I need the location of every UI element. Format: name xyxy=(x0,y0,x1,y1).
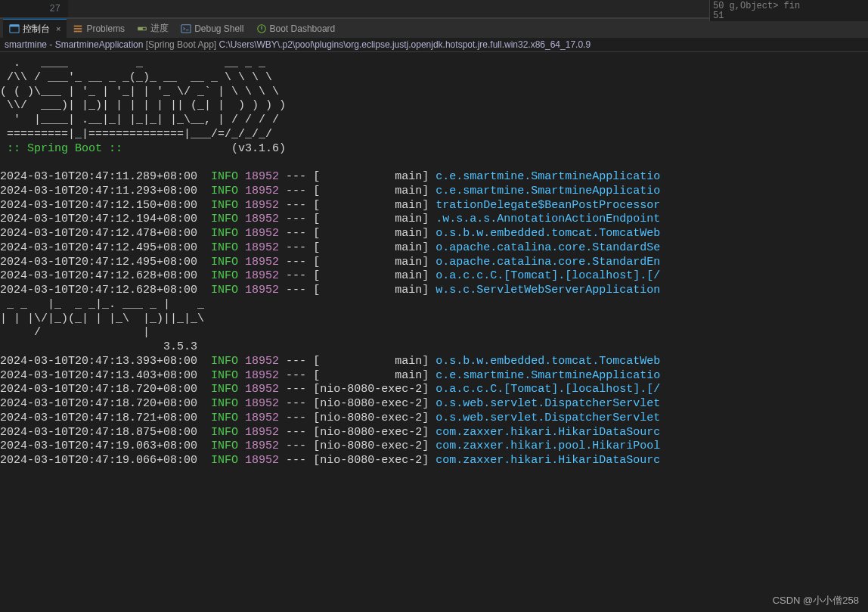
log-level: INFO xyxy=(211,440,238,454)
tab-boot-dashboard[interactable]: Boot Dashboard xyxy=(250,19,342,38)
csdn-watermark: CSDN @小小僧258 xyxy=(773,594,859,607)
log-level: INFO xyxy=(211,227,238,241)
log-thread: [ main] xyxy=(313,213,429,227)
log-logger: o.a.c.c.C.[Tomcat].[localhost].[/ xyxy=(436,269,660,284)
log-timestamp: 2024-03-10T20:47:12.194+08:00 xyxy=(0,213,197,227)
split-editor-snippet: 50 g,Object> fin 51 xyxy=(709,0,868,21)
log-pid: 18952 xyxy=(245,185,279,199)
log-timestamp: 2024-03-10T20:47:13.393+08:00 xyxy=(0,355,197,369)
log-logger: o.s.web.servlet.DispatcherServlet xyxy=(436,397,660,412)
log-level: INFO xyxy=(211,412,238,426)
log-line: 2024-03-10T20:47:18.875+08:00 INFO 18952… xyxy=(0,426,868,440)
svg-rect-7 xyxy=(181,24,191,33)
log-pid: 18952 xyxy=(245,440,279,454)
log-pid: 18952 xyxy=(245,284,279,298)
log-timestamp: 2024-03-10T20:47:11.293+08:00 xyxy=(0,185,197,199)
log-timestamp: 2024-03-10T20:47:18.720+08:00 xyxy=(0,397,197,412)
log-timestamp: 2024-03-10T20:47:12.495+08:00 xyxy=(0,241,197,256)
log-thread: [ main] xyxy=(313,227,429,241)
log-line: 2024-03-10T20:47:12.150+08:00 INFO 18952… xyxy=(0,199,868,213)
log-logger: w.s.c.ServletWebServerApplication xyxy=(436,284,660,298)
log-thread: [ main] xyxy=(313,199,429,213)
svg-rect-1 xyxy=(10,25,19,27)
log-timestamp: 2024-03-10T20:47:13.403+08:00 xyxy=(0,369,197,384)
log-pid: 18952 xyxy=(245,355,279,369)
tab-控制台[interactable]: 控制台× xyxy=(3,19,67,38)
terminal-icon xyxy=(9,23,20,34)
console-output[interactable]: . ____ _ __ _ _ /\\ / ___'_ __ _ _(_)_ _… xyxy=(0,52,868,468)
ascii-mybatis-plus-banner: _ _ |_ _ _|_. ___ _ | _ | | |\/|_)(_| | … xyxy=(0,298,868,355)
log-timestamp: 2024-03-10T20:47:19.063+08:00 xyxy=(0,440,197,454)
tab-label: Debug Shell xyxy=(194,23,243,34)
log-timestamp: 2024-03-10T20:47:12.628+08:00 xyxy=(0,284,197,298)
log-pid: 18952 xyxy=(245,241,279,256)
log-thread: [ main] xyxy=(313,269,429,284)
log-line: 2024-03-10T20:47:12.495+08:00 INFO 18952… xyxy=(0,241,868,256)
svg-rect-4 xyxy=(74,30,82,32)
log-thread: [nio-8080-exec-2] xyxy=(313,397,429,412)
log-line: 2024-03-10T20:47:12.495+08:00 INFO 18952… xyxy=(0,256,868,270)
log-timestamp: 2024-03-10T20:47:18.721+08:00 xyxy=(0,412,197,426)
launch-jre-path: C:\Users\WBY\.p2\pool\plugins\org.eclips… xyxy=(219,39,591,50)
log-timestamp: 2024-03-10T20:47:18.720+08:00 xyxy=(0,383,197,397)
log-logger: o.a.c.c.C.[Tomcat].[localhost].[/ xyxy=(436,383,660,397)
ascii-spring-banner: . ____ _ __ _ _ /\\ / ___'_ __ _ _(_)_ _… xyxy=(0,57,868,142)
svg-rect-2 xyxy=(74,25,82,26)
log-timestamp: 2024-03-10T20:47:12.628+08:00 xyxy=(0,269,197,284)
log-pid: 18952 xyxy=(245,199,279,213)
log-timestamp: 2024-03-10T20:47:11.289+08:00 xyxy=(0,170,197,185)
log-thread: [ main] xyxy=(313,284,429,298)
log-pid: 18952 xyxy=(245,454,279,468)
log-logger: o.apache.catalina.core.StandardSe xyxy=(436,241,660,256)
log-line: 2024-03-10T20:47:19.066+08:00 INFO 18952… xyxy=(0,454,868,468)
log-level: INFO xyxy=(211,426,238,440)
log-thread: [ main] xyxy=(313,170,429,185)
tab-debug-shell[interactable]: Debug Shell xyxy=(175,19,250,38)
log-line: 2024-03-10T20:47:12.628+08:00 INFO 18952… xyxy=(0,269,868,284)
log-logger: trationDelegate$BeanPostProcessor xyxy=(436,199,660,213)
tab-label: 进度 xyxy=(150,22,169,35)
log-pid: 18952 xyxy=(245,426,279,440)
boot-dashboard-icon xyxy=(256,23,267,34)
log-pid: 18952 xyxy=(245,256,279,270)
line-number: 27 xyxy=(0,0,68,17)
log-timestamp: 2024-03-10T20:47:18.875+08:00 xyxy=(0,426,197,440)
log-line: 2024-03-10T20:47:13.403+08:00 INFO 18952… xyxy=(0,369,868,384)
log-line: 2024-03-10T20:47:18.720+08:00 INFO 18952… xyxy=(0,397,868,412)
log-logger: o.s.b.w.embedded.tomcat.TomcatWeb xyxy=(436,227,660,241)
log-level: INFO xyxy=(211,454,238,468)
problems-icon xyxy=(73,23,83,34)
launch-name: smartmine - SmartmineApplication xyxy=(5,39,146,50)
log-pid: 18952 xyxy=(245,227,279,241)
log-logger: c.e.smartmine.SmartmineApplicatio xyxy=(436,170,660,185)
log-line: 2024-03-10T20:47:19.063+08:00 INFO 18952… xyxy=(0,440,868,454)
log-block-1: 2024-03-10T20:47:11.289+08:00 INFO 18952… xyxy=(0,170,868,298)
log-pid: 18952 xyxy=(245,213,279,227)
log-timestamp: 2024-03-10T20:47:12.150+08:00 xyxy=(0,199,197,213)
log-level: INFO xyxy=(211,284,238,298)
log-line: 2024-03-10T20:47:13.393+08:00 INFO 18952… xyxy=(0,355,868,369)
log-thread: [nio-8080-exec-2] xyxy=(313,440,429,454)
tab-problems[interactable]: Problems xyxy=(67,19,131,38)
svg-rect-3 xyxy=(74,28,82,30)
log-pid: 18952 xyxy=(245,412,279,426)
tab-label: Problems xyxy=(86,23,125,34)
log-timestamp: 2024-03-10T20:47:19.066+08:00 xyxy=(0,454,197,468)
tab-label: 控制台 xyxy=(23,23,50,36)
log-thread: [ main] xyxy=(313,256,429,270)
log-thread: [nio-8080-exec-2] xyxy=(313,412,429,426)
spring-boot-version-line: :: Spring Boot :: (v3.1.6) xyxy=(0,142,868,157)
log-level: INFO xyxy=(211,369,238,384)
log-timestamp: 2024-03-10T20:47:12.495+08:00 xyxy=(0,256,197,270)
log-thread: [ main] xyxy=(313,355,429,369)
log-level: INFO xyxy=(211,213,238,227)
log-timestamp: 2024-03-10T20:47:12.478+08:00 xyxy=(0,227,197,241)
log-pid: 18952 xyxy=(245,369,279,384)
tab-进度[interactable]: 进度 xyxy=(131,19,175,38)
log-level: INFO xyxy=(211,269,238,284)
log-line: 2024-03-10T20:47:11.289+08:00 INFO 18952… xyxy=(0,170,868,185)
log-logger: c.e.smartmine.SmartmineApplicatio xyxy=(436,369,660,384)
close-icon[interactable]: × xyxy=(56,24,60,33)
progress-icon xyxy=(137,23,147,34)
log-line: 2024-03-10T20:47:12.628+08:00 INFO 18952… xyxy=(0,284,868,298)
